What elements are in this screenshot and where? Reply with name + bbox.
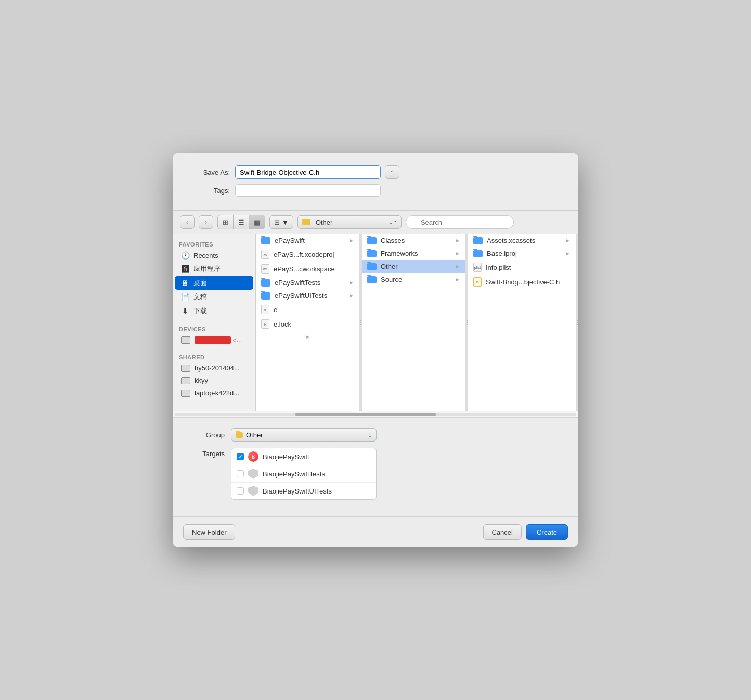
documents-icon: 📄 (181, 293, 189, 301)
save-as-input[interactable] (235, 165, 381, 179)
tags-input[interactable] (235, 184, 381, 197)
col3-base-label: Base.lproj (487, 250, 561, 257)
kkyy-icon (181, 377, 190, 384)
col3-baselproj[interactable]: Base.lproj ► (468, 247, 576, 260)
col3-resizer[interactable] (576, 234, 578, 411)
new-folder-button[interactable]: New Folder (183, 524, 235, 540)
col1-cworkspace[interactable]: ws ePayS...cworkspace (256, 262, 359, 276)
group-select[interactable]: Other ↕ (231, 428, 377, 442)
col1-xcodeproj-label: ePayS...ft.xcodeproj (274, 251, 354, 258)
target2-shield-icon (248, 469, 258, 479)
sidebar-item-apps[interactable]: 🅰 应用程序 (175, 262, 253, 276)
bottom-section: Group Other ↕ Targets ✓ B BiaojiePaySwif… (173, 417, 578, 516)
apps-icon: 🅰 (181, 265, 189, 273)
cancel-button[interactable]: Cancel (483, 524, 522, 540)
col1-epaytests[interactable]: ePaySwiftTests ► (256, 276, 359, 289)
col2-other-label: Other (381, 263, 451, 270)
group-label: Group (188, 431, 225, 439)
laptop-icon (181, 390, 190, 397)
hy50-icon (181, 365, 190, 372)
e-icon: e (261, 305, 269, 314)
search-input[interactable] (406, 215, 514, 229)
frameworks-icon (367, 250, 377, 257)
scrollbar-thumb[interactable] (295, 413, 436, 416)
col2-classes-arrow: ► (455, 238, 460, 243)
expand-button[interactable]: ⌃ (385, 165, 399, 179)
col1-e[interactable]: e e (256, 302, 359, 317)
create-button[interactable]: Create (526, 524, 568, 540)
location-label: Other (314, 218, 385, 226)
documents-label: 文稿 (193, 292, 207, 302)
top-section: Save As: ⌃ Tags: (173, 153, 578, 210)
col2-other[interactable]: Other ► (362, 260, 465, 273)
col1-elock[interactable]: lk e.lock (256, 317, 359, 331)
browser-area: Favorites 🕐 Recents 🅰 应用程序 🖥 桌面 📄 文稿 ⬇ 下… (173, 234, 578, 411)
classes-icon (367, 237, 377, 244)
elock-icon: lk (261, 319, 269, 329)
assets-icon (473, 237, 483, 244)
col3-assets[interactable]: Assets.xcassets ► (468, 234, 576, 247)
icon-view-button[interactable]: ⊞ (218, 215, 234, 229)
col3-infoplist[interactable]: plist Info.plist (468, 260, 576, 275)
col1-epayuitests[interactable]: ePaySwiftUITests ► (256, 289, 359, 302)
sidebar-item-desktop[interactable]: 🖥 桌面 (175, 276, 253, 290)
save-dialog: Save As: ⌃ Tags: ‹ › ⊞ ☰ ▦ ⊞ ▼ Other ⌄⌃ … (173, 153, 578, 547)
col1-uitests-arrow: ► (349, 293, 354, 299)
target2-checkbox[interactable] (237, 470, 244, 477)
col1-epayswift[interactable]: ePaySwift ► (256, 234, 359, 247)
col1-xcodeproj[interactable]: xc ePayS...ft.xcodeproj (256, 247, 359, 262)
target3-label: BiaojiePaySwiftUITests (263, 487, 332, 495)
col2-classes[interactable]: Classes ► (362, 234, 465, 247)
arrange-chevron: ▼ (282, 218, 289, 226)
recents-label: Recents (193, 252, 218, 260)
hy50-label: hy50-201404... (195, 364, 240, 372)
col2-source-label: Source (381, 276, 451, 283)
col2-frameworks-arrow: ► (455, 251, 460, 256)
kkyy-label: kkyy (195, 377, 208, 384)
sidebar-item-recents[interactable]: 🕐 Recents (175, 249, 253, 262)
sidebar-item-laptop[interactable]: laptop-k422d... (175, 387, 253, 399)
target1-checkbox[interactable]: ✓ (237, 453, 244, 460)
col1-arrow: ► (349, 238, 354, 243)
horizontal-scrollbar[interactable] (173, 411, 578, 417)
sidebar-item-downloads[interactable]: ⬇ 下载 (175, 304, 253, 318)
forward-button[interactable]: › (199, 215, 213, 229)
arrange-button[interactable]: ⊞ ▼ (269, 215, 293, 229)
folder-icon (261, 237, 270, 244)
col2-source[interactable]: Source ► (362, 273, 465, 286)
targets-area: Targets ✓ B BiaojiePaySwift BiaojiePaySw… (188, 448, 563, 500)
xcodeproj-icon: xc (261, 250, 269, 259)
shared-label: Shared (173, 351, 255, 361)
col3-swiftbridge[interactable]: h Swift-Bridg...bjective-C.h (468, 275, 576, 289)
col2-frameworks[interactable]: Frameworks ► (362, 247, 465, 260)
column-3: Assets.xcassets ► Base.lproj ► plist Inf… (468, 234, 576, 411)
list-view-button[interactable]: ☰ (234, 215, 249, 229)
col2-other-arrow: ► (455, 264, 460, 269)
group-row: Group Other ↕ (188, 428, 563, 442)
uitests-folder-icon (261, 292, 270, 300)
group-folder-icon (236, 432, 243, 438)
sidebar-item-hy50[interactable]: hy50-201404... (175, 362, 253, 374)
back-button[interactable]: ‹ (180, 215, 195, 229)
col1-e-label: e (274, 306, 354, 314)
location-folder-icon (302, 219, 310, 225)
tags-label: Tags: (188, 187, 230, 195)
footer: New Folder Cancel Create (173, 516, 578, 547)
col1-tests-label: ePaySwiftTests (275, 279, 345, 287)
target-tests[interactable]: BiaojiePaySwiftTests (231, 465, 376, 483)
sidebar-item-device[interactable]: c... (175, 334, 253, 346)
recents-icon: 🕐 (181, 251, 189, 260)
desktop-label: 桌面 (193, 278, 207, 288)
col1-item-label: ePaySwift (275, 237, 345, 244)
location-chevron: ⌄⌃ (389, 219, 397, 225)
target3-checkbox[interactable] (237, 487, 244, 495)
target-uitests[interactable]: BiaojiePaySwiftUITests (231, 483, 376, 499)
plist-icon: plist (473, 263, 482, 272)
sidebar-item-kkyy[interactable]: kkyy (175, 374, 253, 386)
target-biaojie[interactable]: ✓ B BiaojiePaySwift (231, 448, 376, 465)
tests-folder-icon (261, 279, 270, 287)
location-button[interactable]: Other ⌄⌃ (297, 215, 402, 229)
sidebar-item-documents[interactable]: 📄 文稿 (175, 290, 253, 304)
column-view-button[interactable]: ▦ (249, 215, 265, 229)
col2-frameworks-label: Frameworks (381, 250, 451, 257)
